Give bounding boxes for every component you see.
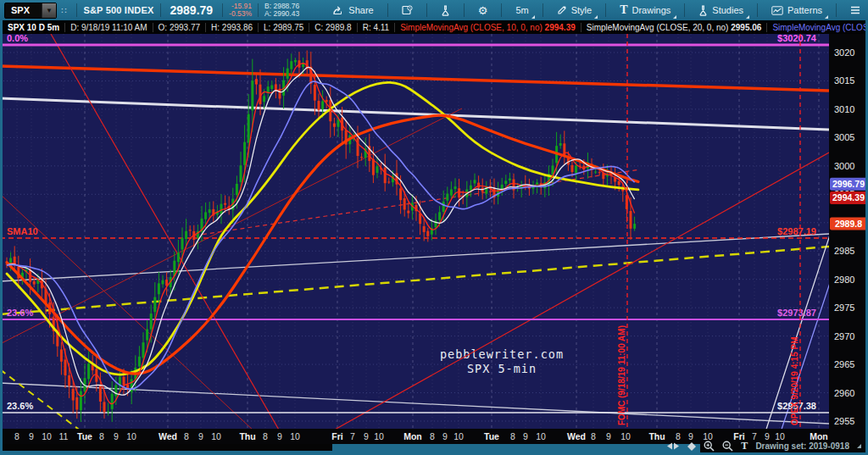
zoom-out-icon[interactable] [722,441,733,452]
svg-text:9: 9 [606,431,611,441]
pan-left-icon[interactable] [666,442,680,450]
svg-text:10: 10 [126,431,136,441]
ohlc-field: O: 2993.77 [153,23,206,32]
svg-text:2989.8: 2989.8 [835,219,862,229]
style-button[interactable]: Style [549,0,599,20]
chart-status-bar: T Drawing set: 2019-0918 [666,440,861,452]
svg-text:2975: 2975 [834,302,854,313]
change-stack: -15.91 -0.53% [229,3,252,18]
svg-text:Tue: Tue [484,431,499,441]
toolbar-divider [76,3,77,17]
study-readout[interactable]: SimpleMovingAvg (CLOSE, 20, 0, no) 2995.… [581,23,768,32]
svg-text:pebblewriter.com: pebblewriter.com [440,347,564,361]
svg-text:8: 8 [263,431,268,441]
svg-text:9: 9 [29,431,34,441]
settings-button[interactable]: ⚙ [470,0,496,20]
svg-text:10: 10 [290,431,300,441]
chart-menu-button[interactable] [843,0,868,20]
toolbar-divider [258,3,259,17]
svg-text:2996.79: 2996.79 [832,179,865,189]
svg-text:8: 8 [430,431,435,441]
alerts-button[interactable] [394,0,420,20]
toolbar-divider [160,3,161,17]
svg-text:10: 10 [453,431,464,441]
svg-text:8: 8 [510,431,515,441]
svg-text:10: 10 [536,431,546,441]
ohlc-field: R: 4.11 [358,23,396,32]
svg-text:8: 8 [184,431,189,441]
top-toolbar: SPX ▼ ∷ S&P 500 INDEX 2989.79 -15.91 -0.… [0,0,868,20]
svg-text:3015: 3015 [834,75,854,86]
study-readout[interactable]: SimpleMovingAvg (CLOSE, 10, 0, no) 2994.… [395,23,581,32]
svg-text:10: 10 [620,431,631,441]
svg-text:9: 9 [364,431,369,441]
event-label: OPEX 9/20/19 4:15 PM [790,336,799,425]
patterns-button[interactable]: Patterns [764,0,830,20]
share-button[interactable]: Share [326,0,381,20]
svg-text:2955: 2955 [834,416,854,426]
timeframe-dropdown[interactable]: 5m [508,0,536,20]
style-icon [557,5,567,15]
svg-text:2985: 2985 [834,246,854,256]
svg-text:3000: 3000 [834,161,854,171]
svg-text:10: 10 [42,431,52,441]
share-icon [333,6,344,15]
resize-corner-icon[interactable] [857,444,861,448]
drawing-set-label[interactable]: Drawing set: 2019-0918 [755,441,849,451]
svg-text:Tue: Tue [77,431,92,441]
svg-text:$2973.87: $2973.87 [777,308,816,318]
dropdown-corner [825,15,828,19]
auto-scale-icon[interactable] [687,442,696,451]
dropdown-corner [531,15,535,19]
drawings-label: Drawings [632,5,670,15]
svg-text:10: 10 [211,431,221,441]
gear-icon: ⚙ [478,4,488,17]
patterns-label: Patterns [787,5,822,15]
symbol-link-icon[interactable]: ∷ [61,6,65,15]
svg-text:2970: 2970 [834,331,854,341]
drawings-button[interactable]: T Drawings [612,0,678,20]
svg-text:8: 8 [99,431,104,441]
svg-text:Wed: Wed [159,431,177,441]
symbol-dropdown-arrow[interactable]: ▼ [42,3,56,18]
svg-text:3010: 3010 [834,104,854,114]
menu-icon [850,6,860,14]
svg-text:Wed: Wed [567,431,586,441]
studies-label: Studies [712,5,743,15]
svg-text:SPX 5-min: SPX 5-min [467,362,537,375]
last-price: 2989.79 [170,3,214,17]
ohlc-field: D: 9/18/19 11:10 AM [65,23,153,32]
window-frame-left [0,34,3,455]
svg-text:SMA10: SMA10 [7,226,38,236]
price-chart[interactable]: pebblewriter.comSPX 5-min0.0%$3020.74SMA… [0,34,868,455]
ohlc-field: H: 2993.86 [206,23,259,32]
drawings-icon: T [620,3,627,17]
svg-text:9: 9 [198,431,203,441]
text-tool-icon[interactable]: T [741,440,748,452]
svg-text:Fri: Fri [331,431,343,441]
style-label: Style [571,5,592,15]
dropdown-corner [673,15,676,19]
study-readout[interactable]: SimpleMovingAvg (CLOSE, 50, 0, no) 2996.… [767,23,865,32]
svg-text:9: 9 [114,431,119,441]
symbol-selector[interactable]: SPX ▼ [4,3,57,19]
ohlc-field: C: 2989.8 [309,23,357,32]
svg-text:$3020.74: $3020.74 [777,34,817,43]
svg-text:23.6%: 23.6% [7,401,33,411]
analyze-button[interactable] [433,0,458,20]
symbol-value: SPX [5,5,42,15]
svg-text:$2987.19: $2987.19 [777,226,816,236]
dropdown-corner [746,15,749,19]
svg-text:8: 8 [14,431,19,441]
chart-data-header: SPX 10 D 5m D: 9/18/19 11:10 AMO: 2993.7… [3,20,865,34]
studies-button[interactable]: Studies [691,0,751,20]
svg-text:10: 10 [374,431,384,441]
svg-text:Thu: Thu [648,431,665,441]
svg-text:2980: 2980 [834,275,854,285]
svg-text:Thu: Thu [239,431,255,441]
svg-text:2994.39: 2994.39 [832,192,865,203]
page-clock-icon [402,5,413,15]
svg-text:0.0%: 0.0% [7,34,28,43]
bid-ask-stack: B: 2988.76 A: 2990.43 [264,3,299,18]
zoom-in-icon[interactable] [704,441,715,452]
